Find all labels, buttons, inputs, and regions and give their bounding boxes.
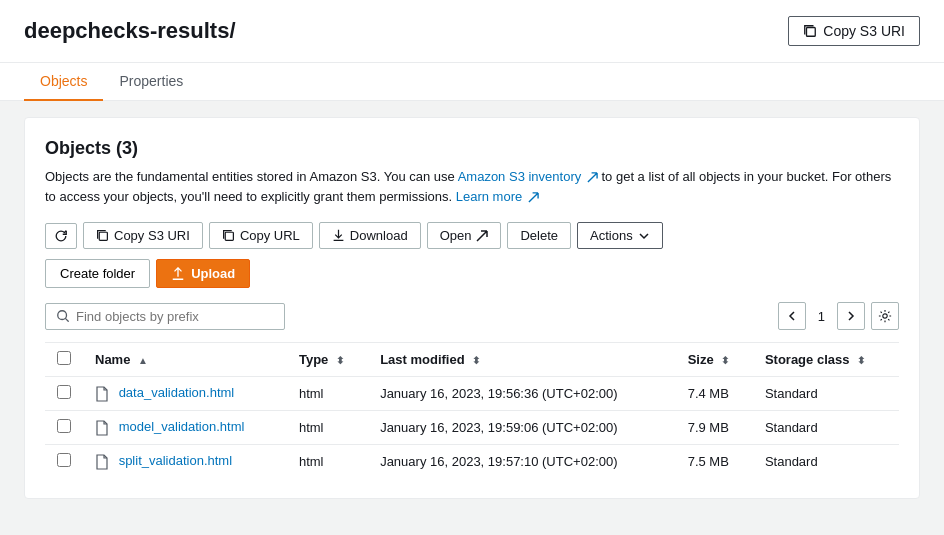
tabs-bar: Objects Properties bbox=[0, 63, 944, 101]
pagination: 1 bbox=[778, 302, 899, 330]
objects-card: Objects (3) Objects are the fundamental … bbox=[24, 117, 920, 499]
top-bar: deepchecks-results/ Copy S3 URI bbox=[0, 0, 944, 63]
svg-rect-1 bbox=[99, 232, 107, 240]
chevron-down-icon bbox=[638, 230, 650, 242]
chevron-left-icon bbox=[788, 310, 796, 322]
column-header-name[interactable]: Name ▲ bbox=[83, 343, 287, 377]
column-header-storage-class[interactable]: Storage class ⬍ bbox=[753, 343, 899, 377]
row-checkbox-cell[interactable] bbox=[45, 411, 83, 445]
search-box[interactable] bbox=[45, 303, 285, 330]
search-icon bbox=[56, 309, 70, 323]
sort-size-icon: ⬍ bbox=[721, 355, 729, 366]
pagination-prev-button[interactable] bbox=[778, 302, 806, 330]
s3-inventory-link[interactable]: Amazon S3 inventory bbox=[458, 169, 598, 184]
open-button[interactable]: Open bbox=[427, 222, 502, 249]
file-icon bbox=[95, 420, 109, 436]
page-title: deepchecks-results/ bbox=[24, 18, 236, 44]
gear-icon bbox=[878, 309, 892, 323]
column-header-size[interactable]: Size ⬍ bbox=[676, 343, 753, 377]
file-icon bbox=[95, 454, 109, 470]
row-checkbox[interactable] bbox=[57, 419, 71, 433]
learn-more-link[interactable]: Learn more bbox=[456, 189, 539, 204]
create-folder-button[interactable]: Create folder bbox=[45, 259, 150, 288]
objects-header: Objects (3) Objects are the fundamental … bbox=[45, 138, 899, 206]
svg-point-4 bbox=[883, 314, 887, 318]
copy-s3-uri-button[interactable]: Copy S3 URI bbox=[83, 222, 203, 249]
row-last-modified-cell: January 16, 2023, 19:57:10 (UTC+02:00) bbox=[368, 445, 676, 479]
table-settings-button[interactable] bbox=[871, 302, 899, 330]
column-header-last-modified[interactable]: Last modified ⬍ bbox=[368, 343, 676, 377]
svg-rect-2 bbox=[225, 232, 233, 240]
actions-button[interactable]: Actions bbox=[577, 222, 663, 249]
upload-button[interactable]: Upload bbox=[156, 259, 250, 288]
table-row: model_validation.html html January 16, 2… bbox=[45, 411, 899, 445]
file-name-link[interactable]: data_validation.html bbox=[119, 385, 235, 400]
refresh-button[interactable] bbox=[45, 223, 77, 249]
row-name-cell: model_validation.html bbox=[83, 411, 287, 445]
copy-icon bbox=[803, 24, 817, 38]
file-name-link[interactable]: split_validation.html bbox=[119, 453, 232, 468]
row-name-cell: data_validation.html bbox=[83, 377, 287, 411]
row-storage-class-cell: Standard bbox=[753, 377, 899, 411]
copy-url-icon bbox=[222, 229, 235, 242]
download-button[interactable]: Download bbox=[319, 222, 421, 249]
row-last-modified-cell: January 16, 2023, 19:59:06 (UTC+02:00) bbox=[368, 411, 676, 445]
objects-description: Objects are the fundamental entities sto… bbox=[45, 167, 899, 206]
pagination-page-number: 1 bbox=[812, 309, 831, 324]
download-icon bbox=[332, 229, 345, 242]
row-checkbox-cell[interactable] bbox=[45, 445, 83, 479]
row-storage-class-cell: Standard bbox=[753, 445, 899, 479]
toolbar-row2: Create folder Upload bbox=[45, 259, 899, 288]
row-type-cell: html bbox=[287, 445, 368, 479]
table-row: data_validation.html html January 16, 20… bbox=[45, 377, 899, 411]
external-link-icon bbox=[587, 172, 598, 183]
select-all-checkbox[interactable] bbox=[57, 351, 71, 365]
sort-modified-icon: ⬍ bbox=[472, 355, 480, 366]
table-row: split_validation.html html January 16, 2… bbox=[45, 445, 899, 479]
sort-name-icon: ▲ bbox=[138, 355, 148, 366]
row-type-cell: html bbox=[287, 377, 368, 411]
toolbar-row1: Copy S3 URI Copy URL Download Open bbox=[45, 222, 899, 249]
row-storage-class-cell: Standard bbox=[753, 411, 899, 445]
row-size-cell: 7.5 MB bbox=[676, 445, 753, 479]
main-content: Objects (3) Objects are the fundamental … bbox=[0, 101, 944, 515]
tab-objects[interactable]: Objects bbox=[24, 63, 103, 101]
open-external-icon bbox=[476, 230, 488, 242]
row-name-cell: split_validation.html bbox=[83, 445, 287, 479]
pagination-next-button[interactable] bbox=[837, 302, 865, 330]
search-and-pagination: 1 bbox=[45, 302, 899, 330]
sort-storage-icon: ⬍ bbox=[857, 355, 865, 366]
row-checkbox[interactable] bbox=[57, 453, 71, 467]
delete-button[interactable]: Delete bbox=[507, 222, 571, 249]
refresh-icon bbox=[54, 229, 68, 243]
sort-type-icon: ⬍ bbox=[336, 355, 344, 366]
upload-icon bbox=[171, 267, 185, 281]
copy-url-button[interactable]: Copy URL bbox=[209, 222, 313, 249]
row-last-modified-cell: January 16, 2023, 19:56:36 (UTC+02:00) bbox=[368, 377, 676, 411]
objects-title: Objects (3) bbox=[45, 138, 899, 159]
svg-rect-0 bbox=[807, 28, 816, 37]
chevron-right-icon bbox=[847, 310, 855, 322]
external-link-icon2 bbox=[528, 192, 539, 203]
file-icon bbox=[95, 386, 109, 402]
file-name-link[interactable]: model_validation.html bbox=[119, 419, 245, 434]
copy-s3-icon bbox=[96, 229, 109, 242]
row-size-cell: 7.4 MB bbox=[676, 377, 753, 411]
column-header-type[interactable]: Type ⬍ bbox=[287, 343, 368, 377]
row-checkbox-cell[interactable] bbox=[45, 377, 83, 411]
row-size-cell: 7.9 MB bbox=[676, 411, 753, 445]
select-all-header[interactable] bbox=[45, 343, 83, 377]
search-input[interactable] bbox=[76, 309, 274, 324]
objects-table: Name ▲ Type ⬍ Last modified ⬍ Size ⬍ bbox=[45, 342, 899, 478]
tab-properties[interactable]: Properties bbox=[103, 63, 199, 101]
row-checkbox[interactable] bbox=[57, 385, 71, 399]
copy-s3-uri-top-button[interactable]: Copy S3 URI bbox=[788, 16, 920, 46]
row-type-cell: html bbox=[287, 411, 368, 445]
